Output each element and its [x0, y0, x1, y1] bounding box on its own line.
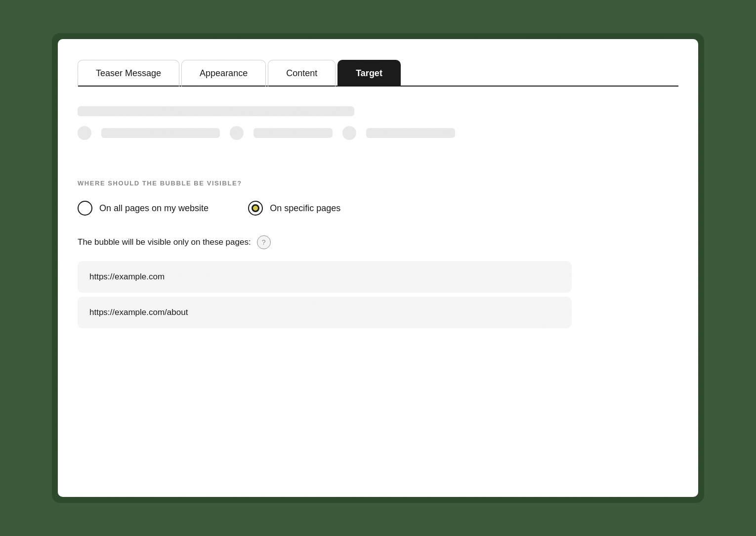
radio-specific-pages[interactable]: On specific pages [248, 201, 340, 216]
main-content: WHERE SHOULD THE BUBBLE BE VISIBLE? On a… [78, 155, 678, 328]
tab-target[interactable]: Target [337, 60, 401, 87]
skeleton-circle-3 [342, 126, 356, 140]
radio-specific-pages-label: On specific pages [270, 203, 340, 214]
radio-specific-pages-inner [252, 204, 259, 212]
skeleton-row-1 [78, 126, 678, 140]
help-icon[interactable]: ? [257, 235, 271, 249]
skeleton-bar-1 [78, 106, 354, 116]
tab-bar: Teaser Message Appearance Content Target [78, 59, 678, 87]
skeleton-circle-2 [230, 126, 244, 140]
visibility-radio-group: On all pages on my website On specific p… [78, 201, 678, 216]
skeleton-circle-1 [78, 126, 91, 140]
skeleton-pill-2 [253, 128, 333, 138]
tab-appearance[interactable]: Appearance [181, 60, 266, 87]
url-input-1[interactable]: https://example.com [78, 261, 572, 293]
skeleton-pill-1 [101, 128, 220, 138]
tab-content[interactable]: Content [268, 60, 336, 87]
radio-all-pages-label: On all pages on my website [99, 203, 209, 214]
url-input-2[interactable]: https://example.com/about [78, 297, 572, 328]
section-label: WHERE SHOULD THE BUBBLE BE VISIBLE? [78, 179, 678, 187]
tab-teaser-message[interactable]: Teaser Message [78, 60, 179, 87]
radio-all-pages[interactable]: On all pages on my website [78, 201, 209, 216]
content-area: Teaser Message Appearance Content Target [58, 39, 698, 328]
skeleton-pill-3 [366, 128, 455, 138]
visibility-text: The bubble will be visible only on these… [78, 237, 251, 247]
skeleton-loader [78, 87, 678, 155]
radio-all-pages-outer [78, 201, 92, 216]
visibility-text-row: The bubble will be visible only on these… [78, 235, 678, 249]
outer-frame: Teaser Message Appearance Content Target [52, 33, 704, 503]
inner-frame: Teaser Message Appearance Content Target [58, 39, 698, 497]
radio-specific-pages-outer [248, 201, 263, 216]
